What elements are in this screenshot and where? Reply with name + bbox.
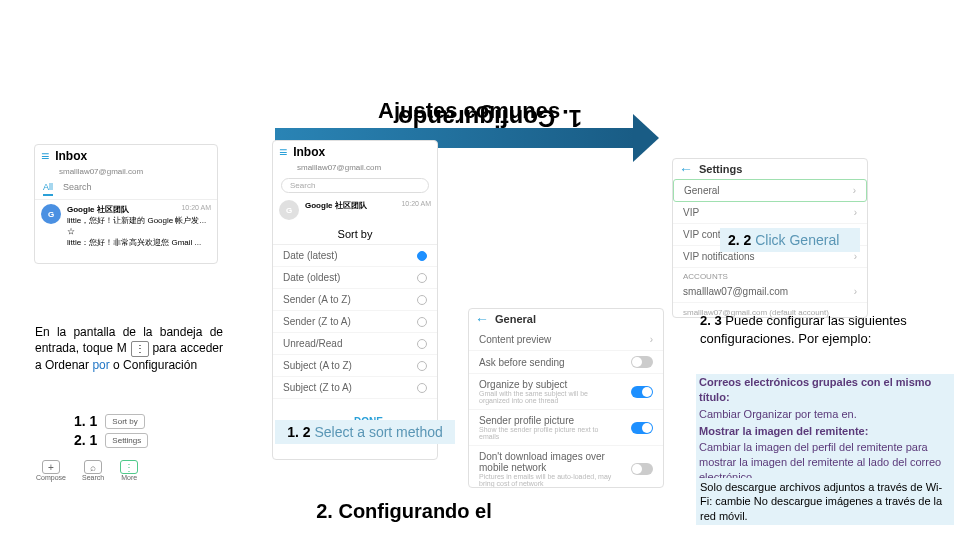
- more-icon: ⋮: [131, 341, 149, 357]
- sort-title: Sort by: [273, 224, 437, 245]
- callout-2-3-examples: Correos electrónicos grupales con el mis…: [696, 374, 954, 486]
- back-icon[interactable]: ←: [679, 161, 693, 177]
- back-icon[interactable]: ←: [475, 311, 489, 327]
- sort-option[interactable]: Date (oldest): [273, 267, 437, 289]
- search-input[interactable]: Search: [281, 178, 429, 193]
- sortby-chip: Sort by: [105, 414, 144, 429]
- settings-item[interactable]: VIP›: [673, 202, 867, 224]
- hamburger-icon[interactable]: ≡: [41, 148, 49, 164]
- bottom-toolbar: +Compose⌕Search⋮More: [36, 460, 138, 481]
- arrow-head-icon: [633, 114, 659, 162]
- screenshot-inbox: ≡Inbox smalllaw07@gmail.com AllSearch G …: [34, 144, 218, 264]
- search-icon[interactable]: ⌕Search: [82, 460, 104, 481]
- hamburger-icon[interactable]: ≡: [279, 144, 287, 160]
- sort-option[interactable]: Unread/Read: [273, 333, 437, 355]
- step-1-1: 1. 1Sort by: [74, 413, 145, 429]
- settings-item[interactable]: General›: [673, 179, 867, 202]
- general-item[interactable]: Don't download images over mobile networ…: [469, 446, 663, 488]
- settings-chip: Settings: [105, 433, 148, 448]
- general-item[interactable]: Sender profile pictureShow the sender pr…: [469, 410, 663, 446]
- step-2-1: 2. 1Settings: [74, 432, 148, 448]
- callout-2-3-wifi: Solo descargue archivos adjuntos a travé…: [696, 478, 954, 525]
- more-icon[interactable]: ⋮More: [120, 460, 138, 481]
- sort-option[interactable]: Sender (Z to A): [273, 311, 437, 333]
- screenshot-general: ←General Content preview›Ask before send…: [468, 308, 664, 488]
- inbox-email: smalllaw07@gmail.com: [35, 167, 217, 179]
- instruction-1: En la pantalla de la bandeja de entrada,…: [35, 324, 223, 373]
- sort-option[interactable]: Subject (A to Z): [273, 355, 437, 377]
- page-title: Ajustes comunes: [378, 98, 560, 124]
- general-item[interactable]: Ask before sending: [469, 351, 663, 374]
- callout-2-2: 2. 2 Click General: [720, 228, 860, 252]
- general-item[interactable]: Content preview›: [469, 329, 663, 351]
- mail-row[interactable]: G Google 社区团队10:20 AM little，您好！让新建的 Goo…: [35, 200, 217, 252]
- callout-1-2: 1. 2 Select a sort method: [275, 420, 455, 444]
- compose-icon[interactable]: +Compose: [36, 460, 66, 481]
- sort-option[interactable]: Date (latest): [273, 245, 437, 267]
- inbox-title: Inbox: [55, 149, 87, 163]
- general-item[interactable]: Organize by subjectGmail with the same s…: [469, 374, 663, 410]
- account-row[interactable]: smalllaw07@gmail.com›: [673, 281, 867, 303]
- inbox-tabs[interactable]: AllSearch: [35, 179, 217, 200]
- callout-2-3: 2. 3 Puede configurar las siguientes con…: [700, 312, 950, 348]
- screenshot-sortby: ≡Inbox smalllaw07@gmail.com Search GGoog…: [272, 140, 438, 460]
- avatar: G: [41, 204, 61, 224]
- sort-option[interactable]: Subject (Z to A): [273, 377, 437, 399]
- heading-2: 2. Configurando el: [304, 500, 504, 523]
- sort-option[interactable]: Sender (A to Z): [273, 289, 437, 311]
